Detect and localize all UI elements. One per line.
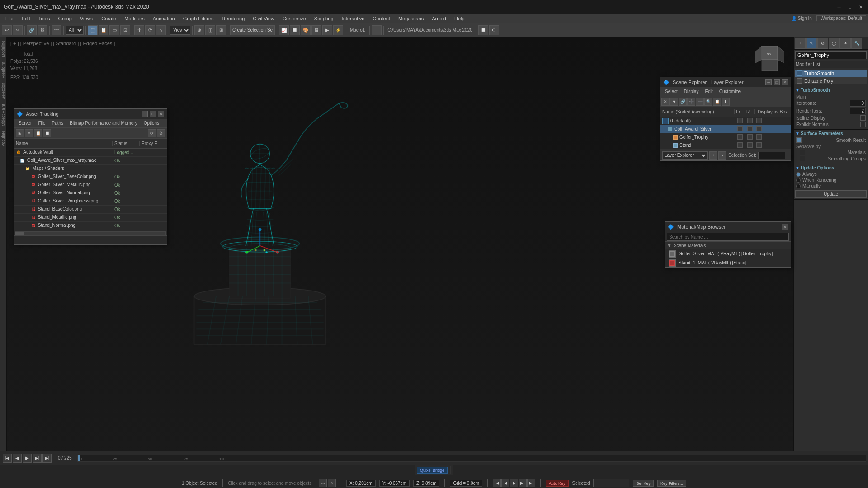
when-rendering-radio[interactable] — [796, 178, 801, 183]
pb-next[interactable]: ▶| — [519, 479, 527, 487]
move-tool[interactable]: ✛ — [134, 25, 144, 35]
at-btn-3[interactable]: 📋 — [34, 129, 42, 137]
maximize-button[interactable]: □ — [846, 3, 854, 10]
tab-modify[interactable]: ✎ — [806, 38, 817, 49]
se-menu-select[interactable]: Select — [662, 88, 680, 95]
menu-rendering[interactable]: Rendering — [218, 15, 249, 22]
anim-goto-end[interactable]: ▶| — [42, 454, 52, 463]
manually-radio[interactable] — [796, 184, 801, 188]
asset-tracking-text-input[interactable] — [14, 236, 167, 244]
rect-select[interactable]: ▭ — [109, 25, 119, 35]
se-row-2[interactable]: Golfer_Trophy — [660, 133, 791, 141]
se-row-0[interactable]: L 0 (default) — [660, 117, 791, 125]
schematic-view[interactable]: 🔲 — [290, 25, 300, 35]
sidebar-tab-modeling[interactable]: Modeling — [0, 39, 6, 59]
sidebar-tab-freeform[interactable]: Freeform — [0, 60, 6, 80]
se-row-1[interactable]: Golf_Award_Silver — [660, 125, 791, 133]
menu-scripting[interactable]: Scripting — [311, 15, 337, 22]
material-editor[interactable]: 🎨 — [301, 25, 311, 35]
pb-play[interactable]: ▶ — [510, 479, 518, 487]
pb-start[interactable]: |◀ — [493, 479, 501, 487]
scene-explorer-maximize[interactable]: □ — [774, 79, 780, 85]
at-row-tex-4[interactable]: 🖼 Golfer_Silver_Metallic.png Ok — [14, 181, 167, 189]
se-menu-display[interactable]: Display — [681, 88, 702, 95]
scrollbar-track[interactable] — [15, 231, 166, 235]
material-item-0[interactable]: Golfer_Silver_MAT ( VRayMtl ) [Golfer_Tr… — [665, 249, 791, 258]
at-row-vault[interactable]: 🏛 Autodesk Vault Logged... — [14, 149, 167, 157]
menu-graph-editors[interactable]: Graph Editors — [179, 15, 217, 22]
smooth-result-checkbox[interactable] — [796, 137, 802, 143]
se-menu-customize[interactable]: Customize — [717, 88, 743, 95]
material-browser-close[interactable]: ✕ — [782, 224, 788, 230]
menu-views[interactable]: Views — [76, 15, 97, 22]
anim-play[interactable]: ▶ — [23, 454, 32, 463]
create-selection-set[interactable]: Create Selection Se — [230, 25, 275, 35]
asset-tracking-close[interactable]: ✕ — [158, 111, 164, 117]
at-menu-bitmap[interactable]: Bitmap Performance and Memory — [67, 120, 140, 127]
update-button[interactable]: Update — [795, 190, 867, 198]
scrollbar-thumb[interactable] — [15, 232, 24, 235]
menu-help[interactable]: Help — [451, 15, 468, 22]
mirror-button[interactable]: ◫ — [205, 25, 215, 35]
asset-tracking-scrollbar[interactable] — [14, 230, 167, 235]
at-row-maxfile[interactable]: 📄 Golf_Award_Silver_max_vray.max Ok — [14, 157, 167, 165]
sidebar-tab-object-paint[interactable]: Object Paint — [0, 102, 6, 128]
sign-in[interactable]: 👤 Sign In — [788, 16, 816, 21]
sel-rect[interactable]: ▭ — [319, 479, 327, 487]
se-menu-edit[interactable]: Edit — [703, 88, 716, 95]
menu-civil-view[interactable]: Civil View — [249, 15, 278, 22]
animation-timeline-track[interactable]: 0 25 50 75 100 — [77, 455, 866, 462]
pivot-button[interactable]: ⊕ — [194, 25, 204, 35]
link-button[interactable]: 🔗 — [27, 25, 37, 35]
at-row-tex-5[interactable]: 🖼 Golfer_Silver_Normal.png Ok — [14, 189, 167, 197]
selection-set-input[interactable] — [758, 152, 785, 159]
se-btn-3[interactable]: 🔗 — [679, 98, 687, 106]
asset-tracking-minimize[interactable]: ─ — [142, 111, 148, 117]
se-btn-2[interactable]: ▼ — [670, 98, 678, 106]
at-row-tex-3[interactable]: 🖼 Golfer_Silver_BaseColor.png Ok — [14, 173, 167, 181]
scene-explorer-close[interactable]: ✕ — [782, 79, 788, 85]
tab-hierarchy[interactable]: ⚙ — [817, 38, 828, 49]
workspaces[interactable]: Workspaces: Default — [816, 15, 866, 21]
layer-explorer-select[interactable]: Layer Explorer — [662, 151, 708, 160]
toolbar-extras[interactable]: ⋯ — [372, 25, 382, 35]
render-frame[interactable]: ▶ — [322, 25, 332, 35]
tab-display[interactable]: 👁 — [840, 38, 851, 49]
asset-tracking-title-bar[interactable]: 🔷 Asset Tracking ─ □ ✕ — [14, 109, 167, 119]
se-btn-filter[interactable]: ✕ — [661, 98, 670, 106]
se-layer-btn-1[interactable]: + — [709, 151, 717, 160]
auto-key-button[interactable]: Auto Key — [546, 480, 569, 487]
quick-render[interactable]: ⚡ — [333, 25, 343, 35]
material-browser-title-bar[interactable]: 🔷 Material/Map Browser ✕ — [665, 222, 791, 232]
minimize-button[interactable]: ─ — [835, 3, 843, 10]
at-menu-options[interactable]: Options — [141, 120, 162, 127]
se-btn-6[interactable]: 🔍 — [704, 98, 712, 106]
anim-goto-start[interactable]: |◀ — [3, 454, 12, 463]
select-object[interactable]: ⬚ — [88, 25, 98, 35]
scale-tool[interactable]: ⤡ — [156, 25, 166, 35]
unlink-button[interactable]: ⛓ — [38, 25, 47, 35]
sel-circle[interactable]: ○ — [328, 479, 336, 487]
anim-next-frame[interactable]: ▶| — [33, 454, 42, 463]
menu-tools[interactable]: Tools — [35, 15, 54, 22]
at-refresh[interactable]: ⟳ — [148, 129, 156, 137]
view-select[interactable]: View — [170, 26, 190, 35]
set-key-button[interactable]: Set Key — [633, 480, 654, 487]
at-row-tex-9[interactable]: 🖼 Stand_Normal.png Ok — [14, 222, 167, 230]
window-crossing[interactable]: ⊡ — [120, 25, 130, 35]
se-btn-4[interactable]: ➕ — [687, 98, 695, 106]
at-menu-paths[interactable]: Paths — [49, 120, 66, 127]
material-search-input[interactable] — [667, 233, 789, 241]
menu-interactive[interactable]: Interactive — [338, 15, 368, 22]
se-btn-7[interactable]: 📋 — [713, 98, 721, 106]
filter-select[interactable]: All — [66, 26, 84, 35]
at-btn-1[interactable]: ⊞ — [16, 129, 24, 137]
redo-button[interactable]: ↪ — [13, 25, 23, 35]
at-row-tex-6[interactable]: 🖼 Golfer_Silver_Roughness.png Ok — [14, 197, 167, 206]
at-btn-4[interactable]: 🔲 — [43, 129, 51, 137]
anim-prev-frame[interactable]: ◀ — [13, 454, 22, 463]
menu-edit[interactable]: Edit — [18, 15, 34, 22]
at-row-tex-8[interactable]: 🖼 Stand_Metallic.png Ok — [14, 214, 167, 222]
viewport-config[interactable]: ⚙ — [489, 25, 499, 35]
render-presets[interactable]: 🔲 — [478, 25, 488, 35]
